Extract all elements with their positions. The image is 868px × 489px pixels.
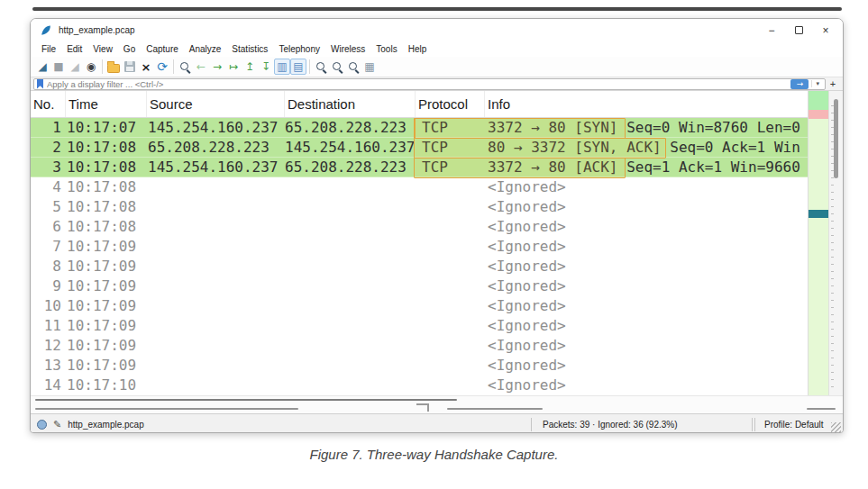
display-filter-field[interactable]: → ▾ — [33, 78, 826, 90]
display-filter-input[interactable] — [47, 79, 790, 89]
reload-file-icon[interactable]: ⟳ — [154, 59, 170, 75]
packet-row[interactable]: 610:17:08<Ignored> — [31, 217, 808, 237]
bookmark-icon[interactable] — [37, 79, 43, 89]
collapsed-bytes-splitter[interactable] — [447, 408, 543, 410]
cell-time: 10:17:09 — [66, 316, 147, 336]
menu-telephony[interactable]: Telephony — [273, 41, 325, 57]
menu-file[interactable]: File — [36, 41, 61, 57]
capture-options-icon[interactable]: ◉ — [83, 59, 99, 75]
magnifier-icon — [331, 60, 344, 74]
colorize-packets-icon[interactable]: ▥ — [274, 59, 290, 75]
filter-dropdown-caret[interactable]: ▾ — [811, 80, 823, 87]
menu-tools[interactable]: Tools — [370, 41, 402, 57]
cell-no: 2 — [31, 138, 66, 157]
magnifier-icon — [178, 60, 192, 74]
cell-no: 8 — [31, 257, 66, 276]
cell-protocol: TCP — [416, 158, 485, 177]
add-filter-button-button[interactable]: + — [826, 78, 840, 89]
packet-row[interactable]: 1210:17:09<Ignored> — [31, 336, 808, 356]
cell-info: <Ignored> — [485, 217, 808, 237]
splitter-bracket — [416, 403, 429, 412]
zoom-original-icon[interactable] — [345, 59, 361, 75]
status-left-section: ✎ http_example.pcap — [31, 419, 531, 430]
packet-row[interactable]: 110:17:07145.254.160.23765.208.228.223TC… — [31, 118, 808, 138]
column-header-time[interactable]: Time — [66, 91, 147, 117]
cell-time: 10:17:08 — [66, 197, 147, 217]
capture-stop-icon[interactable]: ■ — [50, 59, 67, 75]
cell-time: 10:17:09 — [66, 336, 147, 356]
capture-start-icon[interactable]: ◢ — [34, 59, 50, 75]
minimize-button[interactable]: − — [758, 21, 785, 40]
column-header-info[interactable]: Info — [485, 91, 808, 117]
menu-edit[interactable]: Edit — [61, 41, 87, 57]
sort-indicator-icon: ˆ — [101, 91, 104, 98]
find-packet-icon[interactable] — [177, 59, 193, 75]
cell-no: 4 — [31, 177, 66, 197]
zoom-in-icon[interactable] — [313, 59, 329, 75]
cell-source: 145.254.160.237 — [147, 158, 285, 177]
maximize-button[interactable] — [785, 21, 812, 40]
menu-capture[interactable]: Capture — [141, 41, 184, 57]
packet-row[interactable]: 510:17:08<Ignored> — [31, 197, 808, 217]
zoom-out-icon[interactable] — [329, 59, 345, 75]
apply-filter-button[interactable]: → — [790, 79, 809, 89]
scrollbar-thumb[interactable] — [834, 99, 838, 178]
title-bar: http_example.pcap − × — [31, 19, 843, 41]
cell-no: 12 — [31, 336, 66, 356]
packet-row[interactable]: 810:17:09<Ignored> — [31, 257, 808, 276]
menu-bar: File Edit View Go Capture Analyze Statis… — [31, 41, 843, 57]
go-forward-icon[interactable]: → — [209, 59, 225, 75]
cell-info: <Ignored> — [485, 376, 808, 395]
packet-row[interactable]: 1010:17:09<Ignored> — [31, 296, 808, 316]
cell-time: 10:17:08 — [66, 138, 147, 157]
minimap-marker-segment — [809, 210, 828, 218]
resize-columns-icon[interactable]: ▦ — [361, 59, 378, 75]
packet-row[interactable]: 210:17:0865.208.228.223145.254.160.237TC… — [31, 138, 808, 158]
menu-help[interactable]: Help — [403, 41, 433, 57]
packet-row[interactable]: 910:17:09<Ignored> — [31, 276, 808, 296]
packet-row[interactable]: 1110:17:09<Ignored> — [31, 316, 808, 336]
cell-info: <Ignored> — [485, 177, 808, 197]
menu-go[interactable]: Go — [118, 41, 141, 57]
packet-row[interactable]: 410:17:08<Ignored> — [31, 177, 808, 197]
go-back-icon[interactable]: ← — [193, 59, 209, 75]
go-to-packet-icon[interactable]: ↦ — [225, 59, 242, 75]
cell-no: 7 — [31, 237, 66, 257]
packet-row[interactable]: 310:17:08145.254.160.23765.208.228.223TC… — [31, 158, 808, 177]
menu-analyze[interactable]: Analyze — [184, 41, 227, 57]
vertical-scrollbar[interactable] — [828, 91, 843, 395]
cell-info: 3372 → 80 [ACK] Seq=1 Ack=1 Win=9660 — [485, 158, 808, 177]
open-file-icon[interactable] — [105, 59, 122, 75]
go-last-packet-icon[interactable]: ↧ — [258, 59, 274, 75]
capture-comment-icon[interactable]: ✎ — [53, 419, 61, 430]
cell-no: 13 — [31, 356, 66, 376]
packet-list-header: ˆ No. Time Source Destination Protocol I… — [31, 91, 808, 118]
cell-time: 10:17:08 — [66, 177, 147, 197]
collapsed-details-splitter[interactable] — [35, 399, 457, 401]
packet-row[interactable]: 710:17:09<Ignored> — [31, 237, 808, 257]
collapsed-bytes-splitter[interactable] — [35, 408, 298, 410]
intelligent-scrollbar-minimap[interactable] — [808, 91, 828, 395]
save-file-icon[interactable] — [122, 59, 138, 75]
menu-statistics[interactable]: Statistics — [226, 41, 273, 57]
cell-destination: 65.208.228.223 — [285, 158, 416, 177]
column-header-source[interactable]: Source — [147, 91, 285, 117]
auto-scroll-icon[interactable]: ▤ — [290, 59, 306, 75]
column-header-no[interactable]: No. — [31, 91, 66, 117]
close-file-icon[interactable]: × — [138, 59, 154, 75]
cell-info: <Ignored> — [485, 257, 808, 276]
column-header-protocol[interactable]: Protocol — [416, 91, 485, 117]
collapsed-bytes-splitter[interactable] — [807, 408, 836, 410]
menu-view[interactable]: View — [87, 41, 118, 57]
cell-info: <Ignored> — [485, 356, 808, 376]
resize-grip[interactable] — [831, 422, 841, 432]
status-profile[interactable]: Profile: Default — [755, 420, 831, 430]
column-header-destination[interactable]: Destination — [285, 91, 416, 117]
go-first-packet-icon[interactable]: ↥ — [242, 59, 258, 75]
close-button[interactable]: × — [812, 21, 839, 40]
packet-row[interactable]: 1410:17:10<Ignored> — [31, 376, 808, 395]
expert-info-icon[interactable] — [37, 420, 47, 430]
capture-restart-icon[interactable]: ◢ — [67, 59, 83, 75]
menu-wireless[interactable]: Wireless — [325, 41, 370, 57]
packet-row[interactable]: 1310:17:09<Ignored> — [31, 356, 808, 376]
